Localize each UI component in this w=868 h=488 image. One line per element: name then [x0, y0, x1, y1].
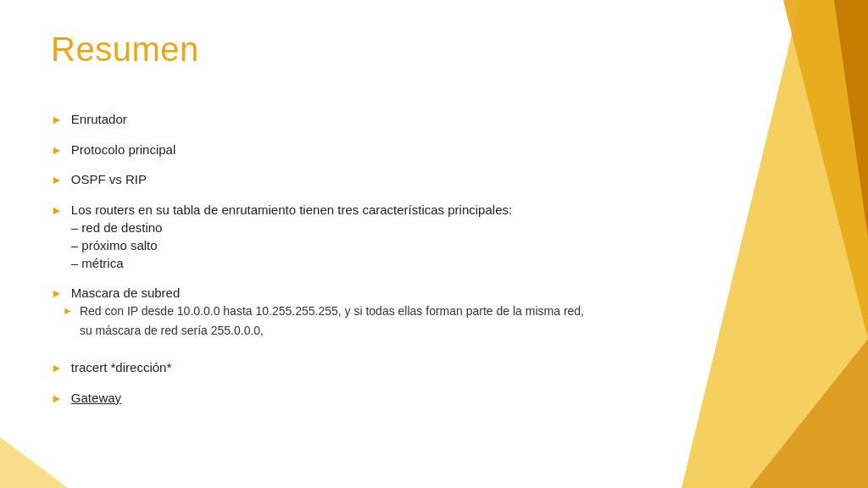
bullet-mascara: ► Mascara de subred ► Red con IP desde 1… — [51, 284, 597, 347]
bullet-ospf: ► OSPF vs RIP — [51, 170, 597, 189]
sub-bullet-ip: ► Red con IP desde 10.0.0.0 hasta 10.255… — [63, 302, 597, 340]
bullet-arrow-7: ► — [51, 391, 63, 408]
bullet-text-7: Gateway — [71, 389, 597, 407]
bullet-text-6: tracert *dirección* — [71, 358, 597, 376]
bullet-arrow-3: ► — [51, 172, 63, 189]
slide: Resumen ► Enrutador ► Protocolo principa… — [0, 0, 868, 488]
sub-bullet-area: ► Red con IP desde 10.0.0.0 hasta 10.255… — [63, 302, 597, 347]
bullet-arrow-1: ► — [51, 112, 63, 129]
bullet-routers: ► Los routers en su tabla de enrutamient… — [51, 201, 597, 272]
bullet-tracert: ► tracert *dirección* — [51, 358, 597, 377]
bullet-text-1: Enrutador — [71, 110, 597, 128]
bullet-arrow-5: ► — [51, 286, 63, 302]
content-area: ► Enrutador ► Protocolo principal ► OSPF… — [51, 110, 597, 419]
slide-title: Resumen — [51, 30, 199, 69]
bullet-text-5: Mascara de subred — [71, 284, 180, 302]
bullet-arrow-6: ► — [51, 360, 63, 377]
svg-marker-4 — [0, 437, 68, 488]
bullet-enrutador: ► Enrutador — [51, 110, 597, 129]
bullet-text-2: Protocolo principal — [71, 141, 597, 158]
bullet-text-3: OSPF vs RIP — [71, 170, 597, 188]
sub-bullet-text-1: Red con IP desde 10.0.0.0 hasta 10.255.2… — [80, 302, 597, 340]
bullet-protocolo: ► Protocolo principal — [51, 141, 597, 159]
decorative-shape-bottom-left — [0, 420, 68, 488]
bullet-text-4: Los routers en su tabla de enrutamiento … — [71, 201, 597, 272]
bullet-arrow-2: ► — [51, 142, 63, 159]
sub-bullet-arrow-1: ► — [63, 303, 73, 319]
bullet-gateway: ► Gateway — [51, 389, 597, 408]
bullet-arrow-4: ► — [51, 202, 63, 219]
decorative-shapes-right — [614, 0, 868, 488]
